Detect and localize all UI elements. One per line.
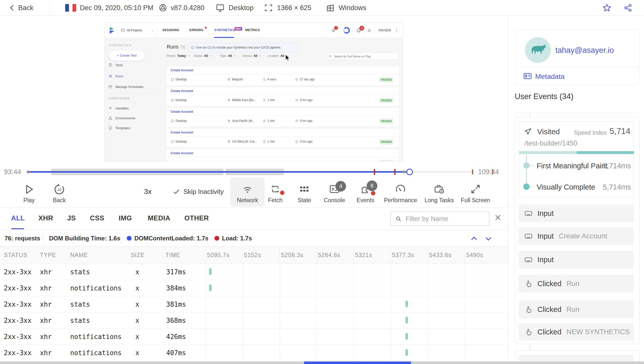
event-item-input[interactable]: Input (519, 251, 634, 268)
errors-notification-dot (205, 27, 207, 29)
cell-type: xhr (40, 301, 52, 308)
event-item-clicked[interactable]: Clicked Run (519, 301, 634, 318)
clock-icon (295, 161, 298, 161)
project-selector[interactable]: All Projects (117, 23, 157, 38)
user-menu[interactable]: KRAIEM (379, 29, 391, 32)
filter-device[interactable]: Device All (242, 54, 262, 58)
filter-period[interactable]: Period Today (167, 54, 190, 58)
skip-inactivity-toggle[interactable]: Skip Inactivity (168, 177, 228, 207)
col-status: STATUS (4, 252, 27, 259)
tab-media[interactable]: MEDIA (148, 214, 170, 222)
elapsed-time: 93:44 (4, 168, 21, 176)
run-name[interactable]: Create Account (171, 131, 193, 134)
run-card[interactable]: Create Account Desktop Canada (Central) … (167, 149, 399, 161)
cli-link[interactable]: CLI (207, 46, 212, 49)
close-panel-icon[interactable]: × (494, 210, 501, 225)
cell-size: x (135, 301, 139, 308)
table-row[interactable]: 2xx-3xx xhr notifications x 384ms (0, 280, 508, 296)
events-panel-button[interactable]: Events 6 (352, 177, 379, 207)
stopwatch-icon (263, 78, 266, 81)
load-marker-dot (214, 236, 219, 241)
create-test-button[interactable]: + Create Test (109, 51, 145, 61)
filter-type[interactable]: Type All (220, 54, 236, 58)
run-card[interactable]: Create Account Desktop US West (N. Cal..… (167, 129, 399, 147)
tab-synthetics[interactable]: SYNTHETICS (214, 28, 235, 32)
tab-css[interactable]: CSS (90, 214, 104, 222)
event-item-input[interactable]: Input (519, 204, 634, 222)
sidenav-item-environments[interactable]: Environments (108, 116, 135, 120)
sidenav-item-variables[interactable]: Variables (108, 106, 129, 110)
cell-status: 2xx-3xx (4, 284, 32, 292)
event-item-clicked[interactable]: Clicked NEW SYNTHETICS (519, 323, 634, 341)
run-card[interactable]: Create Account Desktop Asia Pacific (M..… (167, 108, 399, 127)
sidenav-item-runs[interactable]: Runs (108, 74, 123, 78)
time-tick: 5264.6s (318, 252, 340, 259)
sidenav-item-templates[interactable]: Templates (108, 126, 130, 130)
variables-icon (108, 106, 112, 110)
location-pin-icon (227, 99, 231, 102)
run-name[interactable]: Create Account (171, 151, 193, 155)
event-item-input[interactable]: Input Create Account (519, 227, 634, 245)
back-10-seconds-button[interactable]: 10 Back (47, 177, 71, 207)
stopwatch-icon (263, 140, 266, 143)
long-tasks-panel-button[interactable]: Long Tasks (420, 177, 458, 207)
table-row[interactable]: 2xx-3xx xhr stats x 368ms (0, 312, 508, 329)
runs-search-box[interactable] (326, 53, 399, 60)
location-pin-icon (227, 161, 231, 161)
share-icon[interactable] (623, 3, 633, 13)
tab-other[interactable]: OTHER (184, 214, 209, 222)
table-row[interactable]: 2xx-3xx xhr stats x 381ms (0, 296, 508, 312)
sidenav-item-tests[interactable]: Tests (108, 63, 123, 67)
visited-label: Visited (537, 127, 560, 136)
favorite-star-icon[interactable] (602, 3, 612, 13)
play-button[interactable]: Play (18, 177, 40, 207)
run-name[interactable]: Create Account (171, 69, 193, 72)
kebab-menu-icon[interactable] (394, 28, 399, 33)
windows-os-icon (326, 3, 335, 12)
cell-name: notifications (70, 284, 122, 292)
back-button[interactable]: Back (18, 4, 33, 12)
dom-building-time: DOM Building Time: 1.6s (49, 235, 120, 242)
table-row[interactable]: 2xx-3xx xhr stats x 317ms (0, 264, 508, 280)
table-row[interactable]: 2xx-3xx xhr notifications x 407ms (0, 345, 508, 361)
table-row[interactable]: 2xx-3xx xhr notifications x 426ms (0, 329, 508, 345)
user-email-link[interactable]: tahay@asayer.io (555, 46, 614, 55)
tab-metrics[interactable]: METRICS (245, 28, 260, 32)
browser-version: v87.0.4280 (171, 4, 205, 12)
gear-icon[interactable] (366, 28, 372, 33)
run-card[interactable]: Create Account Desktop Belgium 4 secs 27… (167, 66, 399, 85)
chevron-down-icon[interactable] (483, 234, 493, 243)
chevron-up-icon[interactable] (469, 234, 479, 243)
network-filter-box[interactable] (390, 211, 489, 226)
network-panel-button[interactable]: Network (230, 177, 265, 207)
metadata-button[interactable]: Metadata (535, 73, 565, 81)
tab-sessions[interactable]: SESSIONS (162, 28, 179, 32)
event-item-clicked[interactable]: Clicked Run (519, 275, 634, 292)
run-card[interactable]: Create Account Desktop Middle East (Ba..… (167, 87, 399, 106)
fetch-panel-button[interactable]: Fetch (263, 177, 288, 207)
scrollbar-thumb[interactable] (304, 361, 411, 364)
tab-all[interactable]: ALL (11, 214, 25, 222)
visited-event-card[interactable]: Visited Speed Index 5,714 /test-builder/… (519, 122, 634, 197)
runs-search-input[interactable] (334, 53, 396, 59)
state-panel-button[interactable]: State (292, 177, 317, 207)
playback-speed-button[interactable]: 3x (138, 177, 158, 207)
playback-timeline[interactable]: 93:44 109:44 (0, 167, 508, 177)
tab-xhr[interactable]: XHR (38, 214, 53, 222)
sidenav-item-manage-schedules[interactable]: Manage Schedules (108, 85, 143, 89)
timeline-scrubber[interactable] (406, 169, 413, 175)
console-panel-button[interactable]: Console 4 (320, 177, 349, 207)
performance-panel-button[interactable]: Performance (380, 177, 421, 207)
tab-errors[interactable]: ERRORS (189, 28, 203, 32)
run-name[interactable]: Create Account (171, 110, 193, 113)
horizontal-scrollbar[interactable] (0, 361, 644, 364)
state-grid-icon (299, 184, 310, 195)
cell-time: 407ms (166, 349, 186, 357)
full-screen-button[interactable]: Full Screen (457, 177, 494, 207)
filter-status[interactable]: Status All (194, 54, 212, 58)
tab-img[interactable]: IMG (119, 214, 132, 222)
cell-type: xhr (40, 349, 52, 357)
tab-js[interactable]: JS (67, 214, 76, 222)
network-filter-input[interactable] (406, 213, 486, 224)
run-name[interactable]: Create Account (171, 89, 193, 93)
